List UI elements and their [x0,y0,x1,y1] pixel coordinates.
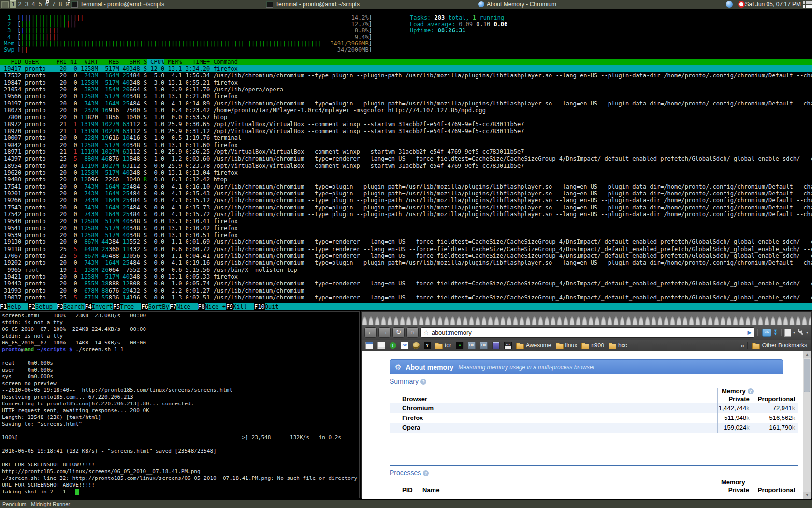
bookmark-tv[interactable] [492,342,500,349]
bookmark-tor[interactable]: tor [435,342,451,349]
workspace-7[interactable]: 7 [50,0,57,8]
help-icon[interactable]: ? [748,388,754,394]
bookmark-hd[interactable]: HD [480,342,488,349]
bookmark-console[interactable]: ▪▪ [456,342,464,349]
process-row[interactable]: 18971pronto2111319M1027M63112S1.025.90:2… [4,149,812,155]
process-row[interactable]: 17542pronto200743M164M25484S0.04.10:15.7… [4,211,812,218]
extension-idle-icon[interactable]: idle [762,329,771,337]
column-header-res[interactable]: RES [98,59,119,65]
column-header-shr[interactable]: SHR [119,59,140,65]
process-row[interactable]: 17543pronto200743M164M25484S0.04.10:15.7… [4,204,812,211]
process-row[interactable]: 31993pronto200678M8867629432S0.02.20:01.… [4,287,812,294]
process-row[interactable]: 19202pronto200743M164M25484S0.04.10:19.1… [4,259,812,266]
process-row[interactable]: 19842pronto2001258M517M40348S1.013.10:11… [4,142,812,149]
column-header-user[interactable]: USER [21,59,53,65]
process-row[interactable]: 19480pronto2001209622601040R0.00.10:12.4… [4,176,812,183]
process-row[interactable]: 18970pronto2111319M1027M63112S1.025.90:3… [4,128,812,134]
process-row[interactable]: 19201pronto200743M164M25484S0.04.10:15.4… [4,190,812,197]
column-header-cpu[interactable]: CPU% [147,59,164,65]
pager-icon[interactable] [1,1,9,8]
workspace-5[interactable]: 5 [37,0,44,8]
scrollbar-thumb[interactable] [804,359,810,392]
bookmark-page[interactable] [377,342,385,349]
process-row[interactable]: 19620pronto2001258M517M40348S0.013.10:13… [4,169,812,176]
process-row[interactable]: 18972pronto2111319M1027M63112S1.025.90:3… [4,121,812,128]
column-header-virt[interactable]: VIRT [77,59,98,65]
fkey-invert[interactable]: Invert [92,303,113,310]
htop-table-header[interactable]: PIDUSERPRINIVIRTRESSHRSCPU%MEM%TIME+Comm… [0,59,812,65]
process-row[interactable]: 19417pronto2001258M517M40348S12.013.13:3… [0,65,812,72]
column-header-mem[interactable]: MEM% [164,59,182,65]
reload-button[interactable]: ↻ [392,327,405,338]
tray-opera-icon[interactable] [738,1,745,8]
go-arrow-icon[interactable]: ▶ [748,329,752,336]
workspace-1[interactable]: 1 [10,0,16,8]
wrench-menu-caret-icon[interactable]: ▾ [806,330,808,335]
bookmark-hcc[interactable]: hcc [609,342,627,349]
column-header-pid[interactable]: PID [4,59,21,65]
taskbar-item-chromium[interactable]: About Memory - Chromium [478,0,672,9]
process-row[interactable]: 19566pronto2001258M517M40348S1.013.10:21… [4,93,812,100]
process-row[interactable]: 17532pronto200743M164M25484S5.04.11:56.3… [4,72,812,79]
workspace-4[interactable]: 4 [30,0,37,8]
bookmark-n900[interactable]: n900 [581,342,604,349]
wrench-menu-button[interactable] [797,329,804,336]
scroll-down-icon[interactable]: ▼ [803,492,811,499]
process-row[interactable]: 19539pronto2001258M517M40348S0.013.10:10… [4,232,812,239]
bookmark-news[interactable] [365,342,373,349]
bookmark-linux[interactable]: linux [556,342,578,349]
address-bar[interactable]: ☆ about:memory ▶ [420,327,754,338]
bookmark-bee[interactable] [413,342,420,349]
process-row[interactable]: 21054pronto200382M154M20664S1.03.90:11.7… [4,86,812,93]
tray-chromium-icon[interactable] [726,1,733,8]
help-icon[interactable]: ? [420,379,426,385]
process-row[interactable]: 9965root19-1138M260647552S0.00.65:15.56/… [4,267,812,273]
bookmark-hackernews[interactable]: Y [424,342,431,349]
fkey-quit[interactable]: Quit [265,303,286,310]
layout-grid-icon[interactable] [803,1,812,8]
scroll-up-icon[interactable]: ▲ [803,351,811,358]
bookmark-alert[interactable]: ! [390,342,396,349]
fkey-help[interactable]: Help [7,303,28,310]
workspace-2[interactable]: 2 [16,0,23,8]
bookmarks-overflow-chevron[interactable]: » [740,342,744,349]
process-row[interactable]: 14397pronto255880M4687613848S1.01.20:03.… [4,155,812,162]
bookmark-hd[interactable]: HD [468,342,476,349]
taskbar-item-terminal-1[interactable]: Terminal - pronto@amd:~/scripts [71,0,264,9]
process-row[interactable]: 19037pronto255871M5583614196S0.01.30:02.… [4,294,812,301]
fkey-tree[interactable]: Tree [120,303,141,310]
column-header-time[interactable]: TIME+ [182,59,210,65]
bookmark-slashdot[interactable]: Sd [401,342,408,349]
process-row[interactable]: 19443pronto200855M3888812808S0.01.00:05.… [4,280,812,287]
fkey-nice[interactable]: Nice + [205,303,226,310]
process-row[interactable]: 17067pronto255867M4648813056S0.01.10:04.… [4,253,812,259]
taskbar-item-terminal-2[interactable]: Terminal - pronto@amd:~/scripts [266,0,459,9]
column-header-s[interactable]: S [140,59,147,65]
scrollbar[interactable]: ▲ ▼ [803,351,811,499]
process-row[interactable]: 7800pronto2001182018561040S1.00.00:53.57… [4,114,812,120]
bookmark-Awesome[interactable]: Awesome [516,342,551,349]
extension-download-icon[interactable]: ▼▼ [773,329,778,335]
process-row[interactable]: 19197pronto200743M164M25484S1.04.10:14.8… [4,100,812,107]
terminal-window[interactable]: screens.html 100% 23KB 23.0KB/s 00:00std… [0,311,360,498]
process-row[interactable]: 18073pronto200237M169167500S1.00.40:23.4… [4,107,812,114]
url-text[interactable]: about:memory [432,329,745,336]
home-button[interactable]: ⌂ [406,327,419,338]
column-header-pri[interactable]: PRI [53,59,67,65]
help-icon[interactable]: ? [423,470,429,476]
fkey-search[interactable]: Search [63,303,85,310]
process-row[interactable]: 19130pronto200867M4438413552S0.01.10:01.… [4,239,812,245]
htop-function-key-bar[interactable]: F1HelpF2SetupF3SearchF4InvertF5TreeF6Sor… [0,303,812,310]
process-row[interactable]: 10007pronto200228M1961610416S1.00.51:19.… [4,134,812,141]
bookmark-piano[interactable]: my [504,342,512,349]
process-row[interactable]: 17541pronto200743M164M25484S0.04.10:16.1… [4,183,812,190]
page-menu-button[interactable] [784,329,791,337]
column-header-ni[interactable]: NI [67,59,77,65]
fkey-sortby[interactable]: SortBy [148,303,170,310]
window-titlebar[interactable] [362,312,811,325]
process-row[interactable]: 19847pronto2001258M517M40348S3.013.10:55… [4,79,812,86]
workspace-3[interactable]: 3 [23,0,30,8]
fkey-setup[interactable]: Setup [35,303,57,310]
fkey-kill[interactable]: Kill [233,303,254,310]
bookmark-star-icon[interactable]: ☆ [423,329,429,336]
